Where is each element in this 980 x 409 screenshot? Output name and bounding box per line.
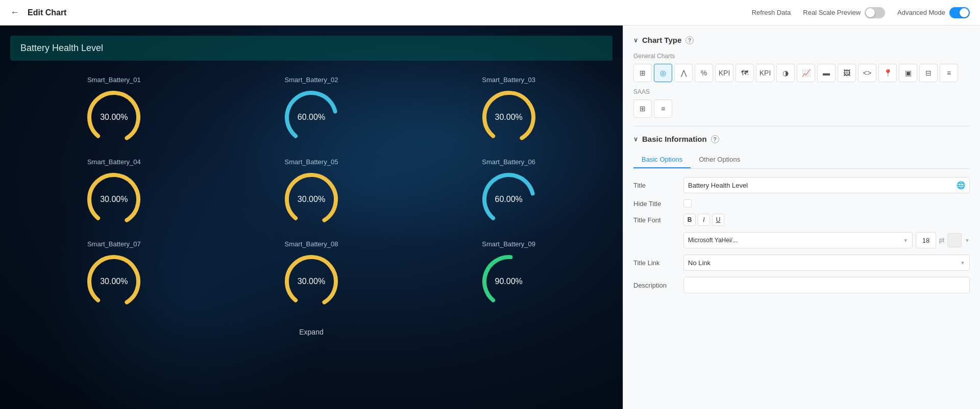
gauge-container: 30.00% (83, 87, 144, 148)
real-scale-preview-group: Real Scale Preview (803, 7, 885, 18)
line-icon[interactable]: 📈 (797, 64, 815, 82)
gauge-value: 90.00% (495, 277, 523, 286)
gauge-label: Smart_Battery_09 (482, 240, 535, 248)
saas-table-icon[interactable]: ⊞ (633, 99, 652, 118)
font-style-controls: B I U (683, 214, 724, 226)
advanced-mode-label: Advanced Mode (897, 9, 945, 16)
bar-icon[interactable]: ▬ (817, 64, 836, 82)
description-input[interactable] (683, 277, 970, 293)
gauge-value: 30.00% (100, 113, 128, 122)
saas-label: SAAS (633, 88, 970, 95)
globe-icon[interactable]: 🌐 (957, 181, 965, 189)
tab-other-options[interactable]: Other Options (691, 151, 748, 168)
font-family-row: Microsoft YaHei/... ▼ pt ▼ (633, 232, 970, 248)
bold-button[interactable]: B (683, 214, 696, 226)
kpi2-icon[interactable]: KPI (756, 64, 774, 82)
gauge-label: Smart_Battery_05 (285, 158, 338, 166)
saas-icon-grid: ⊞≡ (633, 99, 970, 118)
title-link-row: Title Link No Link ▼ (633, 254, 970, 271)
font-size-input[interactable] (916, 232, 936, 248)
chart-title: Battery Health Level (20, 43, 103, 53)
gauge-value: 60.00% (495, 195, 523, 204)
map-icon[interactable]: 🗺 (736, 64, 754, 82)
refresh-data-label: Refresh Data (752, 9, 791, 16)
font-family-value: Microsoft YaHei/... (688, 237, 738, 244)
chart-area: Battery Health Level Smart_Battery_01 30… (0, 25, 623, 409)
gauge-container: 30.00% (478, 87, 540, 148)
chart-type-help-icon[interactable]: ? (685, 36, 694, 44)
gauge-value: 30.00% (298, 277, 325, 286)
title-input-wrapper: 🌐 (683, 177, 970, 193)
title-input[interactable] (688, 182, 954, 189)
chart-header: Battery Health Level (10, 36, 612, 61)
chart-type-toggle[interactable]: ∨ (633, 37, 638, 44)
font-family-select[interactable]: Microsoft YaHei/... ▼ (683, 232, 913, 248)
gauge-label: Smart_Battery_04 (87, 158, 141, 166)
hide-title-row: Hide Title (633, 199, 970, 208)
gauges-grid: Smart_Battery_01 30.00%Smart_Battery_02 … (0, 66, 623, 322)
basic-info-label: Basic Information (642, 135, 707, 143)
font-family-arrow: ▼ (903, 238, 908, 243)
underline-button[interactable]: U (712, 214, 724, 226)
font-color-picker[interactable] (947, 233, 962, 247)
basic-info-help-icon[interactable]: ? (711, 135, 719, 143)
hide-title-checkbox[interactable] (683, 199, 692, 208)
title-link-select[interactable]: No Link ▼ (683, 254, 970, 271)
kpi-icon[interactable]: KPI (715, 64, 733, 82)
title-row: Title 🌐 (633, 177, 970, 193)
real-scale-preview-toggle[interactable] (865, 7, 885, 18)
table-icon[interactable]: ⊞ (633, 64, 652, 82)
gauge-label: Smart_Battery_01 (87, 76, 141, 84)
image-icon[interactable]: 🖼 (838, 64, 856, 82)
list-icon2[interactable]: ≡ (940, 64, 958, 82)
hide-title-label: Hide Title (633, 200, 679, 208)
gauge-container: 30.00% (281, 251, 342, 312)
chart-type-section-header: ∨ Chart Type ? (633, 36, 970, 44)
gauge-value: 60.00% (298, 113, 325, 122)
gauge-value: 30.00% (100, 195, 128, 204)
percent-icon[interactable]: % (695, 64, 713, 82)
gauge-container: 30.00% (281, 169, 342, 230)
code-icon[interactable]: <> (858, 64, 876, 82)
title-font-label: Title Font (633, 216, 679, 224)
gauge-value: 30.00% (495, 113, 523, 122)
expand-button[interactable]: Expand (0, 327, 623, 342)
chart-type-grid: ⊞◎⋀%KPI🗺KPI◑📈▬🖼<>📍▣⊟≡ (633, 64, 970, 82)
back-button[interactable]: ← (10, 7, 19, 18)
saas-list-icon[interactable]: ≡ (654, 99, 672, 118)
gauge-label: Smart_Battery_03 (482, 76, 535, 84)
advanced-mode-group: Advanced Mode (897, 7, 970, 18)
gauge-container: 30.00% (83, 251, 144, 312)
gauge-item: Smart_Battery_07 30.00% (20, 240, 208, 312)
arc-icon[interactable]: ◑ (776, 64, 795, 82)
gauge-value: 30.00% (298, 195, 325, 204)
tab-basic-options[interactable]: Basic Options (633, 151, 691, 168)
advanced-mode-toggle[interactable] (949, 7, 970, 18)
panel-icon[interactable]: ▣ (899, 64, 917, 82)
chart-type-label: Chart Type (642, 36, 681, 44)
italic-button[interactable]: I (698, 214, 710, 226)
basic-info-tabs: Basic OptionsOther Options (633, 151, 970, 169)
gauge-label: Smart_Battery_07 (87, 240, 141, 248)
title-field-label: Title (633, 182, 679, 189)
grid-icon[interactable]: ⊟ (919, 64, 938, 82)
gauge-item: Smart_Battery_06 60.00% (415, 158, 602, 230)
gauge-item: Smart_Battery_09 90.00% (415, 240, 602, 312)
font-row: Microsoft YaHei/... ▼ pt ▼ (683, 232, 970, 248)
gauge-item: Smart_Battery_04 30.00% (20, 158, 208, 230)
funnel-icon[interactable]: ⋀ (674, 64, 693, 82)
gauge-icon[interactable]: ◎ (654, 64, 672, 82)
basic-info-toggle[interactable]: ∨ (633, 136, 638, 143)
basic-info-section-header: ∨ Basic Information ? (633, 135, 970, 143)
pin-icon[interactable]: 📍 (878, 64, 897, 82)
gauge-container: 60.00% (478, 169, 540, 230)
description-label: Description (633, 282, 679, 289)
gauge-item: Smart_Battery_05 30.00% (218, 158, 405, 230)
gauge-label: Smart_Battery_02 (285, 76, 338, 84)
gauge-label: Smart_Battery_08 (285, 240, 338, 248)
description-row: Description (633, 277, 970, 293)
gauge-item: Smart_Battery_03 30.00% (415, 76, 602, 148)
gauge-label: Smart_Battery_06 (482, 158, 535, 166)
gauge-container: 60.00% (281, 87, 342, 148)
pt-label: pt (939, 237, 944, 244)
